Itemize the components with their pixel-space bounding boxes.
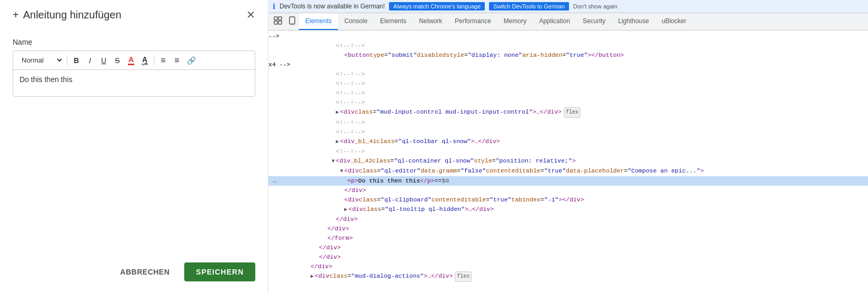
code-line: <!--!--> <box>268 98 868 107</box>
code-line: <div class="ql-clipboard" contenteditabl… <box>268 195 868 205</box>
strikethrough-button[interactable]: S <box>112 55 123 66</box>
code-line: ▼ <div class="ql-editor" data-gramm="fal… <box>268 166 868 176</box>
code-line: ▶ <div _bl_41 class="ql-toolbar ql-snow"… <box>268 137 868 147</box>
svg-rect-1 <box>278 17 282 20</box>
font-color-a-icon: A <box>128 55 134 65</box>
underline-button[interactable]: U <box>98 55 109 66</box>
svg-point-5 <box>292 23 293 24</box>
tab-ublockeer[interactable]: uBlocker <box>655 13 693 30</box>
tab-application[interactable]: Application <box>533 13 576 30</box>
toolbar-separator-2 <box>154 56 154 65</box>
svg-rect-0 <box>274 17 277 20</box>
code-line: </div> <box>268 215 868 224</box>
inspect-icon-button[interactable] <box>271 13 285 30</box>
dialog-header-left: + Anleitung hinzufügen <box>13 9 122 21</box>
add-icon[interactable]: + <box>13 9 19 21</box>
code-line: <!--!--> <box>268 88 868 98</box>
toolbar-separator-1 <box>67 56 67 65</box>
always-match-button[interactable]: Always match Chrome's language <box>389 2 485 11</box>
svg-rect-2 <box>274 21 277 24</box>
font-color-button[interactable]: A <box>125 54 137 66</box>
device-icon-button[interactable] <box>285 13 299 30</box>
code-line: <!--!--> <box>268 118 868 127</box>
switch-language-button[interactable]: Switch DevTools to German <box>489 2 569 11</box>
tab-security[interactable]: Security <box>576 13 612 30</box>
code-line: </div> <box>268 186 868 195</box>
close-icon[interactable]: ✕ <box>246 8 255 21</box>
dialog-panel: + Anleitung hinzufügen ✕ Name Normal Hea… <box>0 0 268 294</box>
info-icon: ℹ <box>273 2 275 11</box>
code-line: <!--!--> <box>268 41 868 50</box>
ordered-list-button[interactable]: ≡ <box>157 55 169 66</box>
code-line: <!--!--> <box>268 69 868 79</box>
code-line: <button type="submit" disabled style="di… <box>268 50 868 60</box>
tab-performance[interactable]: Performance <box>448 13 497 30</box>
editor-toolbar: Normal Heading 1 Heading 2 B I U S A A <box>13 51 255 70</box>
font-highlight-a-icon: A <box>142 55 148 65</box>
tab-sources[interactable]: Elements <box>374 13 413 30</box>
code-line: <!--!--> <box>268 127 868 137</box>
svg-rect-3 <box>278 21 282 24</box>
devtools-content[interactable]: --> <!--!--> <button type="submit" disab… <box>268 31 868 294</box>
code-line: ▶ <div class="mud-input-control mud-inpu… <box>268 107 868 118</box>
code-line: </form> <box>268 234 868 243</box>
unordered-list-button[interactable]: ≡ <box>171 55 183 66</box>
code-line: <!--!--> <box>268 147 868 156</box>
dialog-title: Anleitung hinzufügen <box>23 9 122 21</box>
tab-console[interactable]: Console <box>338 13 374 30</box>
italic-button[interactable]: I <box>84 55 96 66</box>
dialog-header: + Anleitung hinzufügen ✕ <box>13 8 255 21</box>
code-line: </div> <box>268 243 868 252</box>
cancel-button[interactable]: ABBRECHEN <box>112 262 178 281</box>
code-line: <!--!--> <box>268 79 868 88</box>
link-button[interactable]: 🔗 <box>185 55 198 66</box>
devtools-panel: ℹ DevTools is now available in German! A… <box>268 0 868 294</box>
code-line: ▶ <div class="mud-dialog-actions">…</div… <box>268 271 868 282</box>
code-line: ▼ <div _bl_42 class="ql-container ql-sno… <box>268 156 868 166</box>
info-bar: ℹ DevTools is now available in German! A… <box>268 0 868 13</box>
selected-code-line[interactable]: … <p>Do this then this</p> == $0 <box>268 176 868 186</box>
tabs-bar: Elements Console Elements Network Perfor… <box>268 13 868 31</box>
tab-memory[interactable]: Memory <box>497 13 533 30</box>
info-text: DevTools is now available in German! <box>280 3 385 10</box>
editor-content[interactable]: Do this then this <box>13 70 255 96</box>
dont-show-link[interactable]: Don't show again <box>573 3 617 9</box>
editor-container: Normal Heading 1 Heading 2 B I U S A A <box>13 50 255 97</box>
code-line: </div> <box>268 262 868 271</box>
tab-network[interactable]: Network <box>413 13 448 30</box>
font-style-select[interactable]: Normal Heading 1 Heading 2 <box>17 55 64 66</box>
code-line: </div> <box>268 224 868 234</box>
code-line: </div> <box>268 252 868 262</box>
tab-lighthouse[interactable]: Lighthouse <box>612 13 655 30</box>
save-button[interactable]: SPEICHERN <box>184 262 255 281</box>
font-highlight-button[interactable]: A <box>139 54 151 66</box>
tab-elements[interactable]: Elements <box>299 13 338 30</box>
code-line: ▶ <div class="ql-tooltip ql-hidden">…</d… <box>268 205 868 215</box>
bold-button[interactable]: B <box>71 55 82 66</box>
name-label: Name <box>13 38 255 46</box>
dialog-actions: ABBRECHEN SPEICHERN <box>13 262 255 281</box>
